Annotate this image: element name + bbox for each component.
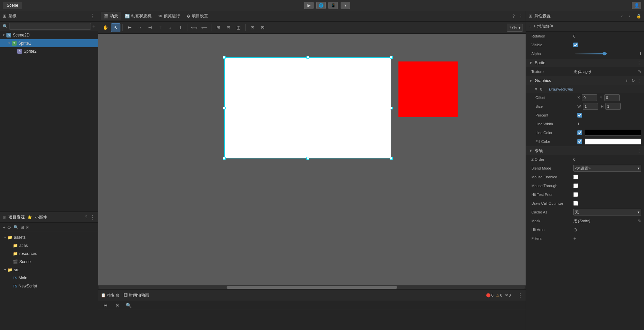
horizontal-scrollbar-thumb[interactable]: [227, 286, 397, 289]
align-right-btn[interactable]: ⊣: [145, 23, 155, 32]
filters-add-icon[interactable]: +: [573, 236, 576, 241]
snap-btn[interactable]: ⊟: [224, 23, 233, 32]
misc-section-header[interactable]: ▼ 杂项 ⋮: [526, 146, 644, 155]
more-btn-3[interactable]: ⊠: [258, 23, 267, 32]
prop-nav-next[interactable]: ›: [626, 13, 633, 20]
align-bottom-btn[interactable]: ⊥: [176, 23, 185, 32]
project-item-newscript[interactable]: ▶ TS NewScript: [1, 282, 97, 290]
project-item-src[interactable]: ▼ 📁 src: [1, 266, 97, 274]
canvas-area[interactable]: ↖: [98, 34, 526, 285]
console-menu-icon[interactable]: ⋮: [518, 292, 523, 299]
graphics-section-header[interactable]: ▼ Graphics + ↻ ⋮: [526, 76, 644, 85]
graphics-add-icon[interactable]: +: [625, 78, 628, 83]
offset-x-input[interactable]: [582, 94, 597, 101]
more-btn-1[interactable]: ◫: [234, 23, 243, 32]
layer-menu-icon[interactable]: ⋮: [90, 13, 95, 19]
layer-add-icon[interactable]: +: [92, 23, 95, 29]
zoom-selector[interactable]: 77% ▾: [507, 24, 523, 32]
graphics-refresh-icon[interactable]: ↻: [631, 78, 635, 83]
tab-scene[interactable]: 🎬 场景: [101, 12, 121, 20]
tab-settings[interactable]: ⚙ 项目设置: [184, 12, 211, 20]
project-item-atlas[interactable]: ▶ 📁 atlas: [1, 242, 97, 250]
lock-icon[interactable]: 🔒: [636, 14, 641, 19]
align-top-btn[interactable]: ⊤: [155, 23, 165, 32]
prop-nav-prev[interactable]: ‹: [619, 13, 625, 20]
widget-tab[interactable]: 小部件: [35, 214, 47, 220]
fillcolor-swatch[interactable]: [585, 138, 641, 145]
project-item-main[interactable]: ▶ TS Main: [1, 274, 97, 282]
distribute-v-btn[interactable]: ⟻: [200, 23, 209, 32]
console-tab[interactable]: 📋 控制台: [101, 293, 119, 298]
graphics-menu-icon[interactable]: ⋮: [637, 78, 641, 83]
scene-menu-icon[interactable]: ⋮: [519, 14, 523, 19]
fillcolor-checkbox[interactable]: [577, 139, 582, 144]
project-refresh-btn[interactable]: ⟳: [7, 225, 12, 230]
alpha-slider[interactable]: [575, 53, 607, 54]
mouseenabled-checkbox[interactable]: [573, 175, 578, 179]
project-item-resources[interactable]: ▶ 📁 resources: [1, 250, 97, 258]
size-w-input[interactable]: [583, 103, 598, 110]
project-item-scene[interactable]: ▶ 🎬 Scene: [1, 258, 97, 266]
project-item-assets[interactable]: ▼ 📁 assets: [1, 233, 97, 242]
linewidth-value[interactable]: 1: [577, 122, 641, 126]
cacheas-arrow-icon: ▾: [638, 210, 640, 214]
grid-btn[interactable]: ⊞: [213, 23, 223, 32]
console-search-btn[interactable]: 🔍: [124, 301, 133, 310]
console-header: 📋 控制台 🎞 时间轴动画 🔴 0 ⚠ 0: [98, 290, 526, 301]
tab-animation[interactable]: 🔄 动画状态机: [122, 12, 154, 20]
hand-tool[interactable]: ✋: [101, 23, 110, 32]
project-add-btn[interactable]: +: [3, 225, 5, 230]
blendmode-dropdown[interactable]: <未设置> ▾: [573, 165, 641, 172]
console-clear-btn[interactable]: ⊟: [101, 301, 110, 310]
zorder-value[interactable]: 0: [573, 157, 641, 161]
mask-edit-icon[interactable]: ✎: [638, 219, 641, 223]
scene-tab[interactable]: Scene: [3, 2, 22, 9]
console-copy-btn[interactable]: ⎘: [112, 301, 122, 310]
tree-item-scene2d[interactable]: ▼ S Scene2D: [0, 31, 98, 39]
project-tab[interactable]: 项目资源: [8, 214, 25, 220]
more-button[interactable]: ▾: [341, 2, 350, 9]
zoom-arrow-icon: ▾: [519, 25, 521, 30]
align-center-h-btn[interactable]: ↔: [135, 23, 144, 32]
linecolor-checkbox[interactable]: [577, 130, 582, 135]
align-middle-v-btn[interactable]: ↕: [165, 23, 175, 32]
globe-button[interactable]: 🌐: [316, 2, 326, 9]
more-btn-2[interactable]: ⊡: [248, 23, 257, 32]
drawcalloptimize-checkbox[interactable]: [573, 201, 578, 206]
tab-preview[interactable]: 👁 预览运行: [156, 12, 183, 20]
layer-search-input[interactable]: [9, 23, 91, 30]
visible-checkbox[interactable]: [573, 43, 578, 47]
timeline-tab[interactable]: 🎞 时间轴动画: [123, 293, 149, 298]
cacheas-label: Cache As: [531, 210, 572, 214]
user-button[interactable]: 👤: [632, 2, 641, 9]
project-copy-btn[interactable]: ⎘: [26, 225, 28, 230]
distribute-h-btn[interactable]: ⟺: [189, 23, 199, 32]
sprite-menu-icon[interactable]: ⋮: [637, 60, 641, 66]
size-h-input[interactable]: [605, 103, 621, 110]
mobile-button[interactable]: 📱: [328, 2, 338, 9]
scene-help-icon[interactable]: ?: [512, 14, 515, 19]
mousethrough-checkbox[interactable]: [573, 183, 578, 188]
project-help-icon[interactable]: ?: [85, 215, 87, 220]
tree-item-sprite2[interactable]: ▶ S Sprite2: [0, 47, 98, 55]
tree-item-sprite1[interactable]: ▼ S Sprite1: [0, 39, 98, 47]
canvas-scrollbar[interactable]: [98, 285, 526, 289]
cacheas-dropdown[interactable]: 无 ▾: [573, 209, 641, 215]
add-component-btn[interactable]: + + 增加组件: [526, 22, 644, 32]
play-button[interactable]: ▶: [304, 2, 314, 9]
offset-y-input[interactable]: [604, 94, 620, 101]
percent-checkbox[interactable]: [577, 113, 582, 118]
linecolor-swatch[interactable]: [585, 130, 641, 136]
project-menu-icon[interactable]: ⋮: [90, 214, 95, 221]
rotation-value[interactable]: 0: [573, 34, 641, 38]
misc-menu-icon[interactable]: ⋮: [637, 148, 641, 153]
align-left-btn[interactable]: ⊢: [125, 23, 134, 32]
texture-edit-icon[interactable]: ✎: [638, 69, 641, 74]
project-search-btn[interactable]: 🔍: [14, 225, 19, 230]
project-grid-btn[interactable]: ⊞: [21, 225, 24, 230]
select-tool[interactable]: ↖: [111, 23, 120, 32]
hitarea-edit-icon[interactable]: ⊙: [573, 227, 577, 232]
hittestprior-checkbox[interactable]: [573, 192, 578, 197]
sprite-section-header[interactable]: ▼ Sprite ⋮: [526, 58, 644, 67]
folder-icon-assets: 📁: [7, 235, 13, 240]
